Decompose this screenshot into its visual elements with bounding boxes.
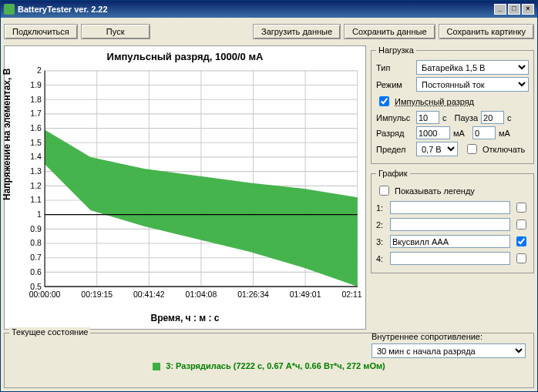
imp-unit: с [442,113,447,122]
imp-label: Импульс [376,113,413,122]
pause-unit: с [507,113,512,122]
impulse-checkbox[interactable] [379,96,389,106]
limit-label: Предел [376,145,413,154]
graph-group: График Показывать легенду 1:2:3:4: [371,169,534,273]
resistance-label: Внутреннее сопротивление: [372,332,526,341]
status-group: Текущее состояние 3: Разрядилась (7222 с… [4,333,534,388]
series-num: 1: [376,203,387,213]
series-checkbox-3[interactable] [516,236,526,246]
chart-xlabel: Время, ч : м : с [8,313,362,323]
series-checkbox-1[interactable] [516,203,526,213]
svg-text:0.7: 0.7 [30,253,42,263]
pause-label: Пауза [455,113,479,122]
series-name-input-3[interactable] [390,235,510,248]
svg-text:00:19:15: 00:19:15 [81,289,113,299]
load-group: Нагрузка Тип Батарейка 1,5 В Режим Посто… [371,45,534,164]
svg-text:1.3: 1.3 [30,166,42,176]
series-num: 3: [376,237,387,246]
svg-text:1.6: 1.6 [30,123,42,133]
discharge2-input[interactable] [472,126,496,139]
titlebar: BatteryTester ver. 2.22 _ □ × [1,1,537,18]
status-legend: Текущее состояние [9,327,90,337]
sidebar: Нагрузка Тип Батарейка 1,5 В Режим Посто… [371,45,534,330]
pause-input[interactable] [481,111,504,124]
svg-text:00:41:42: 00:41:42 [133,289,165,299]
impulse-input[interactable] [416,111,439,124]
maximize-button[interactable]: □ [508,4,520,15]
toolbar: Подключиться Пуск Загрузить данные Сохра… [4,21,534,42]
chart-svg: 0.50.60.70.80.911.11.21.31.41.51.61.71.8… [8,65,362,311]
mode-select[interactable]: Постоянный ток [416,77,529,92]
title-text: BatteryTester ver. 2.22 [18,5,108,14]
series-checkbox-4[interactable] [516,253,526,263]
discharge2-unit: мА [499,129,510,138]
svg-text:1.2: 1.2 [30,180,42,190]
series-name-input-1[interactable] [390,201,510,214]
chart-title: Импульсный разряд, 1000/0 мА [8,51,362,62]
svg-text:01:49:01: 01:49:01 [290,289,321,299]
series-name-input-2[interactable] [390,218,510,231]
series-num: 2: [376,220,387,230]
close-button[interactable]: × [522,4,534,15]
type-label: Тип [376,63,413,72]
svg-text:1.1: 1.1 [30,195,42,205]
svg-text:0.9: 0.9 [30,223,42,233]
status-text: 3: Разрядилась (7222 с, 0.67 А*ч, 0.66 В… [166,361,385,370]
svg-text:1.8: 1.8 [30,94,42,104]
load-legend: Нагрузка [376,45,416,55]
off-label: Отключать [483,145,525,154]
minimize-button[interactable]: _ [494,4,506,15]
resistance-select[interactable]: 30 мин с начала разряда [372,343,526,358]
chart-panel: Импульсный разряд, 1000/0 мА Напряжение … [4,45,366,330]
mode-label: Режим [376,80,413,89]
app-window: BatteryTester ver. 2.22 _ □ × Подключить… [0,0,538,392]
series-num: 4: [376,254,387,263]
svg-text:0.6: 0.6 [30,266,42,276]
svg-text:02:11:27: 02:11:27 [341,289,362,299]
svg-text:01:04:08: 01:04:08 [186,289,217,299]
svg-text:1.7: 1.7 [30,109,42,119]
save-image-button[interactable]: Сохранить картинку [439,24,534,39]
discharge-unit: мА [453,129,465,138]
discharge-label: Разряд [376,129,413,138]
graph-legend: График [376,169,410,178]
status-dot [153,363,160,370]
svg-text:2: 2 [37,65,42,75]
load-data-button[interactable]: Загрузить данные [253,24,341,39]
chart-ylabel: Напряжение на элементах, В [2,68,12,199]
app-icon [4,4,15,15]
svg-text:1.5: 1.5 [30,137,42,147]
legend-checkbox[interactable] [379,186,389,196]
limit-select[interactable]: 0,7 В [416,142,458,156]
discharge-input[interactable] [416,126,450,139]
svg-text:1.4: 1.4 [30,152,42,162]
svg-text:0.8: 0.8 [30,238,42,248]
save-data-button[interactable]: Сохранить данные [344,24,435,39]
off-checkbox[interactable] [467,144,477,154]
svg-text:1: 1 [37,209,42,219]
series-name-input-4[interactable] [390,252,510,265]
svg-text:1.9: 1.9 [30,80,42,90]
legend-label: Показывать легенду [395,186,475,196]
type-select[interactable]: Батарейка 1,5 В [416,60,529,75]
series-checkbox-2[interactable] [516,219,526,230]
connect-button[interactable]: Подключиться [4,24,78,39]
start-button[interactable]: Пуск [81,24,150,39]
svg-text:01:26:34: 01:26:34 [237,289,269,299]
impulse-label: Импульсный разряд [395,97,474,106]
svg-text:00:00:00: 00:00:00 [29,289,61,299]
